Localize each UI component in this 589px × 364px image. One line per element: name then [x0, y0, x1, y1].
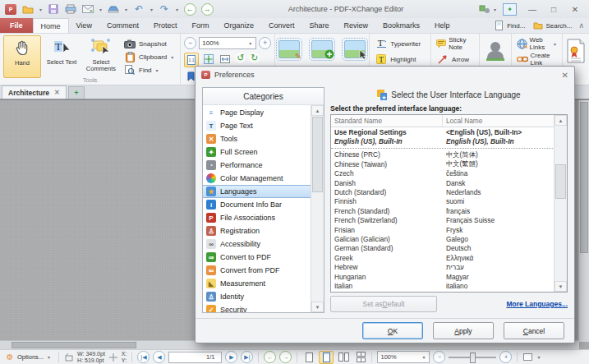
open-dropdown-arrow[interactable]: ▾	[38, 7, 44, 12]
tab-close-icon[interactable]: ✕	[54, 89, 60, 96]
options-dropdown-arrow[interactable]: ▾	[46, 354, 52, 360]
category-item-measurement[interactable]: ◣Measurement	[203, 277, 311, 290]
hand-tool-button[interactable]: Hand	[3, 35, 41, 78]
menu-tab-organize[interactable]: Organize	[216, 18, 261, 33]
document-vertical-scrollbar[interactable]	[578, 100, 589, 342]
close-button[interactable]: ✕	[564, 2, 586, 16]
last-page-button[interactable]: ▶|	[241, 351, 253, 363]
forward-button[interactable]: →	[200, 2, 214, 16]
undo-dropdown-arrow[interactable]: ▾	[149, 7, 154, 12]
language-row-german-standard[interactable]: German (Standard)Deutsch	[331, 244, 554, 253]
menu-tab-protect[interactable]: Protect	[146, 18, 185, 33]
document-tab-architecture[interactable]: Architecture ✕	[2, 85, 67, 99]
sticky-note-button[interactable]: Sticky Note	[435, 38, 475, 49]
zoom-slider-knob[interactable]	[470, 352, 476, 363]
select-text-button[interactable]: T Select Text	[43, 35, 81, 78]
scroll-up-arrow[interactable]: ▲	[311, 105, 324, 116]
redo-dropdown-arrow[interactable]: ▾	[174, 7, 180, 12]
clipboard-dropdown-arrow[interactable]: ▾	[169, 54, 175, 60]
language-row-czech[interactable]: Czechčeština	[331, 169, 554, 178]
history-forward-button[interactable]: →	[279, 351, 292, 363]
arrow-tool-button[interactable]: Arrow	[435, 53, 475, 65]
statusbar-zoom-combo[interactable]: 100%▾	[377, 351, 430, 363]
language-row-french-switzerland[interactable]: French (Switzerland)Français Suisse	[331, 216, 554, 225]
highlight-button[interactable]: T Highlight	[373, 53, 427, 65]
snapshot-button[interactable]: Snapshot	[122, 38, 177, 49]
menu-tab-review[interactable]: Review	[337, 18, 376, 33]
back-button[interactable]: ←	[182, 2, 197, 16]
multi-page-layout-button[interactable]	[353, 352, 366, 363]
dialog-title-bar[interactable]: P Preferences ✕	[196, 67, 574, 83]
category-item-performance[interactable]: ◔Performance	[203, 159, 311, 172]
categories-scroll-thumb[interactable]	[312, 117, 323, 192]
language-scroll-thumb[interactable]	[555, 164, 566, 199]
language-row-dutch-standard[interactable]: Dutch (Standard)Nederlands	[331, 187, 554, 196]
vscroll-thumb[interactable]	[580, 102, 588, 253]
create-link-button[interactable]: Create Link	[515, 53, 559, 65]
fit-width-button[interactable]	[219, 53, 232, 66]
scan-dropdown-arrow[interactable]: ▾	[123, 7, 129, 12]
category-item-accessibility[interactable]: ∞Accessibility	[203, 237, 311, 251]
edit-content-icon[interactable]: ✎	[278, 40, 300, 58]
language-row-english-us-built-in[interactable]: English (US), Built-InEnglish (US), Buil…	[331, 136, 554, 145]
language-row-chinese-prc[interactable]: Chinese (PRC)中文(简体)	[331, 150, 554, 159]
find-dropdown-arrow[interactable]: ▾	[154, 67, 160, 73]
category-item-identity[interactable]: ♙Identity	[203, 290, 311, 303]
typewriter-button[interactable]: T Typewriter	[373, 38, 427, 49]
category-item-page-text[interactable]: TPage Text	[203, 119, 311, 132]
select-content-icon[interactable]	[344, 40, 366, 58]
web-links-dropdown-arrow[interactable]: ▾	[553, 41, 557, 47]
category-item-tools[interactable]: ✕Tools	[203, 132, 311, 145]
save-button[interactable]	[46, 2, 61, 16]
rotate-ccw-button[interactable]: ↺	[235, 53, 246, 63]
statusbar-zoom-in-button[interactable]: +	[499, 351, 512, 363]
scroll-down-arrow[interactable]: ▼	[554, 281, 567, 292]
category-item-languages[interactable]: ★Languages	[203, 185, 311, 198]
language-row-frisian[interactable]: FrisianFrysk	[331, 225, 554, 234]
category-item-color-management[interactable]: Color Management	[203, 172, 311, 185]
menu-tab-convert[interactable]: Convert	[261, 18, 302, 33]
category-item-full-screen[interactable]: ✦Full Screen	[203, 145, 311, 159]
fullscreen-toggle-icon[interactable]: ✦	[503, 3, 517, 16]
undo-button[interactable]: ↶	[131, 2, 146, 16]
redo-button[interactable]: ↷	[157, 2, 172, 16]
menu-tab-help[interactable]: Help	[427, 18, 458, 33]
language-row-danish[interactable]: DanishDansk	[331, 178, 554, 187]
print-button[interactable]	[63, 2, 78, 16]
language-row-galician-galician[interactable]: Galician (Galician)Galego	[331, 234, 554, 243]
single-page-layout-button[interactable]	[302, 352, 315, 363]
open-file-button[interactable]	[21, 2, 35, 16]
category-item-document-info-bar[interactable]: iDocument Info Bar	[203, 198, 311, 211]
pane-toggle-dropdown-arrow[interactable]: ▾	[536, 354, 541, 360]
ui-options-icon[interactable]	[477, 2, 492, 16]
scan-button[interactable]	[106, 2, 121, 16]
category-item-file-associations[interactable]: PFile Associations	[203, 211, 311, 224]
apply-button[interactable]: Apply	[433, 322, 494, 339]
menu-tab-file[interactable]: File	[0, 18, 33, 33]
select-comments-button[interactable]: Select Comments	[82, 35, 120, 78]
menu-tab-bookmarks[interactable]: Bookmarks	[375, 18, 427, 33]
search-button[interactable]: Search...	[531, 20, 573, 31]
language-row-chinese-taiwan[interactable]: Chinese (Taiwan)中文(繁體)	[331, 159, 554, 168]
scroll-down-arrow[interactable]: ▼	[311, 302, 324, 312]
categories-scrollbar[interactable]: ▲ ▼	[311, 105, 324, 312]
ui-options-dropdown-arrow[interactable]: ▾	[492, 7, 498, 12]
pane-toggle-icon[interactable]	[522, 352, 532, 362]
set-as-default-button[interactable]: Set as Default	[330, 296, 437, 312]
certificate-icon[interactable]	[566, 39, 586, 65]
cancel-button[interactable]: Cancel	[504, 322, 564, 339]
menu-tab-form[interactable]: Form	[184, 18, 216, 33]
zoom-slider[interactable]	[449, 352, 496, 362]
zoom-in-button[interactable]: +	[259, 37, 271, 49]
previous-page-button[interactable]: ◀	[153, 351, 165, 363]
add-content-icon[interactable]	[311, 40, 333, 58]
rotate-cw-button[interactable]: ↻	[249, 53, 260, 63]
find-button[interactable]: Find...	[493, 20, 527, 31]
stamp-icon[interactable]	[483, 39, 508, 65]
new-tab-button[interactable]: +	[68, 86, 85, 99]
ok-button[interactable]: OK	[362, 322, 423, 339]
dialog-close-icon[interactable]: ✕	[562, 71, 568, 80]
category-item-convert-from-pdf[interactable]: ⇐Convert from PDF	[203, 264, 311, 277]
statusbar-zoom-out-button[interactable]: −	[433, 351, 445, 363]
scroll-up-arrow[interactable]: ▲	[554, 115, 567, 126]
